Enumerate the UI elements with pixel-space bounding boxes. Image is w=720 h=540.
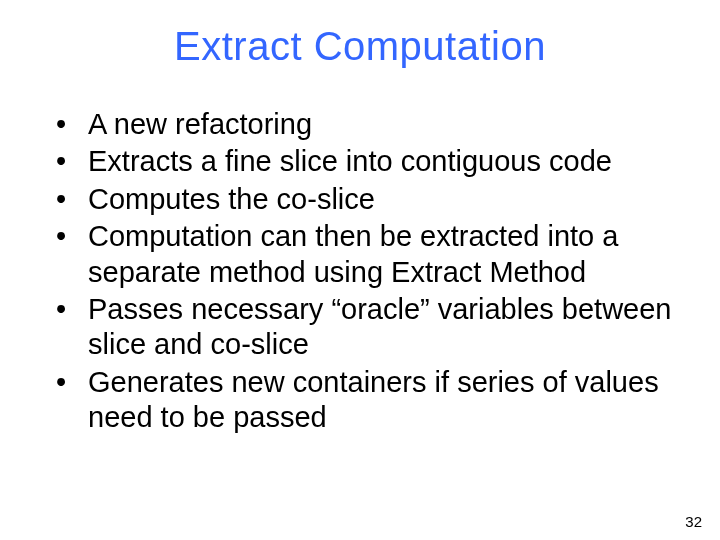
slide: Extract Computation A new refactoring Ex…	[0, 0, 720, 540]
list-item: Passes necessary “oracle” variables betw…	[56, 292, 680, 363]
list-item: Computes the co-slice	[56, 182, 680, 217]
slide-title: Extract Computation	[40, 24, 680, 69]
list-item: Computation can then be extracted into a…	[56, 219, 680, 290]
bullet-list: A new refactoring Extracts a fine slice …	[40, 107, 680, 435]
list-item: A new refactoring	[56, 107, 680, 142]
list-item: Extracts a fine slice into contiguous co…	[56, 144, 680, 179]
list-item: Generates new containers if series of va…	[56, 365, 680, 436]
page-number: 32	[685, 513, 702, 530]
